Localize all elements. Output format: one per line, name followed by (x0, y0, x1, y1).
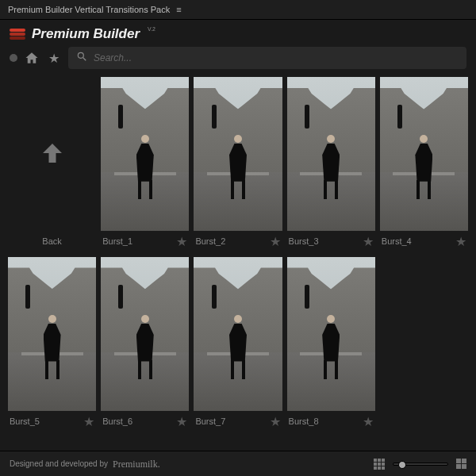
brand-name: Premium Builder (32, 26, 140, 42)
favorites-icon[interactable]: ★ (46, 50, 62, 66)
grid-item[interactable]: Burst_7★ (194, 257, 282, 432)
brand-version: V.2 (148, 26, 155, 32)
item-label: Burst_2 (195, 236, 225, 246)
title-bar: Premium Builder Vertical Transitions Pac… (0, 0, 476, 20)
grid-item[interactable]: Burst_8★ (287, 257, 375, 432)
thumbnail[interactable] (101, 77, 189, 231)
window-title: Premium Builder Vertical Transitions Pac… (8, 5, 170, 14)
grid-item[interactable]: Burst_2★ (194, 77, 282, 252)
search-box[interactable] (68, 47, 466, 69)
item-label: Burst_3 (289, 236, 319, 246)
thumbnail[interactable] (194, 77, 282, 231)
grid-item[interactable]: Burst_6★ (101, 257, 189, 432)
star-icon[interactable]: ★ (83, 414, 94, 429)
grid-item[interactable]: Burst_4★ (380, 77, 468, 252)
star-icon[interactable]: ★ (363, 234, 374, 249)
grid-item[interactable]: Burst_1★ (101, 77, 189, 252)
item-label: Burst_7 (195, 416, 225, 426)
item-label: Burst_8 (289, 416, 319, 426)
item-label: Burst_6 (102, 416, 132, 426)
item-label: Burst_1 (102, 236, 132, 246)
large-grid-icon[interactable] (456, 459, 466, 469)
up-arrow-icon (38, 139, 67, 175)
star-icon[interactable]: ★ (363, 414, 374, 429)
logo-icon (10, 26, 25, 42)
footer-text: Designed and developed by (10, 459, 108, 468)
thumbnail[interactable] (380, 77, 468, 231)
star-icon[interactable]: ★ (270, 234, 281, 249)
thumbnail[interactable] (8, 257, 96, 411)
thumbnail-grid: Back Burst_1★ Burst_2★ Burst_3★ Burst_4★ (8, 77, 468, 432)
thumbnail-size-slider[interactable] (393, 463, 448, 466)
grid-item[interactable]: Burst_3★ (287, 77, 375, 252)
toolbar: ★ (0, 44, 476, 77)
thumbnail[interactable] (287, 77, 375, 231)
thumbnail[interactable] (194, 257, 282, 411)
search-input[interactable] (94, 52, 459, 63)
item-label: Burst_4 (382, 236, 412, 246)
status-dot (10, 54, 17, 62)
search-icon (76, 51, 87, 65)
hamburger-icon[interactable]: ≡ (176, 5, 182, 14)
grid-size-controls (374, 459, 466, 470)
star-icon[interactable]: ★ (176, 234, 187, 249)
brand-row: Premium Builder V.2 (0, 20, 476, 44)
thumbnail[interactable] (287, 257, 375, 411)
footer: Designed and developed by Premiumilk. (0, 451, 476, 476)
star-icon[interactable]: ★ (176, 414, 187, 429)
svg-point-0 (78, 52, 83, 58)
back-label: Back (42, 236, 61, 246)
item-label: Burst_5 (10, 416, 40, 426)
back-button[interactable]: Back (8, 77, 96, 252)
footer-credit: Premiumilk. (113, 459, 160, 470)
star-icon[interactable]: ★ (270, 414, 281, 429)
small-grid-icon[interactable] (374, 459, 385, 470)
thumbnail[interactable] (101, 257, 189, 411)
svg-line-1 (83, 58, 86, 61)
star-icon[interactable]: ★ (455, 234, 466, 249)
grid-item[interactable]: Burst_5★ (8, 257, 96, 432)
home-icon[interactable] (24, 50, 40, 66)
